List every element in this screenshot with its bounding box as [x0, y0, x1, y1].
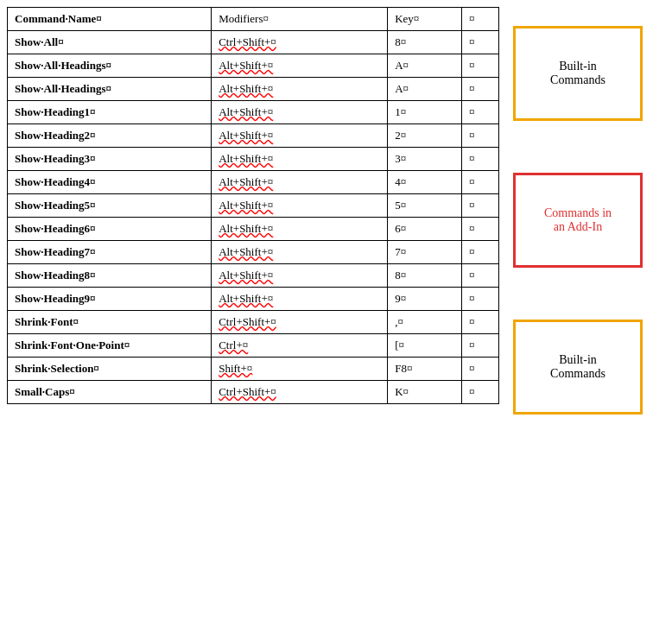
table-row: Show·Heading2¤Alt+Shift+¤2¤¤: [8, 124, 499, 148]
modifier-cell: Ctrl+Shift+¤: [212, 381, 388, 404]
modifier-cell: Alt+Shift+¤: [212, 101, 388, 124]
key-cell: 8¤: [388, 264, 462, 288]
col4-cell: ¤: [462, 124, 499, 148]
modifier-cell: Shift+¤: [212, 358, 388, 381]
key-cell: [¤: [388, 334, 462, 358]
command-name: Show·All·Headings¤: [8, 54, 212, 78]
modifier-cell: Ctrl+Shift+¤: [212, 31, 388, 54]
builtin-commands-label-2: Built-inCommands: [550, 353, 605, 381]
command-name: Show·All·Headings¤: [8, 78, 212, 101]
col4-cell: ¤: [462, 194, 499, 218]
command-name: Shrink·Font¤: [8, 311, 212, 334]
command-name: Small·Caps¤: [8, 381, 212, 404]
col4-cell: ¤: [462, 358, 499, 381]
command-name: Show·Heading5¤: [8, 194, 212, 218]
table-row: Show·Heading9¤Alt+Shift+¤9¤¤: [8, 288, 499, 311]
col4-cell: ¤: [462, 78, 499, 101]
table-row: Show·Heading5¤Alt+Shift+¤5¤¤: [8, 194, 499, 218]
builtin-commands-box-1: Built-inCommands: [513, 26, 643, 121]
table-section: Command·Name¤Modifiers¤Key¤¤Show·All¤Ctr…: [0, 0, 501, 633]
modifier-cell: Ctrl+Shift+¤: [212, 311, 388, 334]
modifier-cell: Alt+Shift+¤: [212, 124, 388, 148]
command-name: Show·Heading6¤: [8, 218, 212, 241]
col4-cell: ¤: [462, 381, 499, 404]
commands-table: Command·Name¤Modifiers¤Key¤¤Show·All¤Ctr…: [7, 7, 499, 404]
col4-cell: ¤: [462, 148, 499, 171]
modifier-cell: Ctrl+¤: [212, 334, 388, 358]
sidebar: Built-inCommands Commands inan Add-In Bu…: [501, 0, 672, 633]
modifier-cell: Alt+Shift+¤: [212, 78, 388, 101]
command-name: Show·Heading3¤: [8, 148, 212, 171]
command-name: Show·Heading4¤: [8, 171, 212, 194]
col4-cell: ¤: [462, 54, 499, 78]
header-cell-3: ¤: [462, 8, 499, 31]
addin-commands-box: Commands inan Add-In: [513, 173, 643, 268]
table-row: Shrink·Selection¤Shift+¤F8¤¤: [8, 358, 499, 381]
modifier-cell: Alt+Shift+¤: [212, 218, 388, 241]
command-name: Shrink·Font·One·Point¤: [8, 334, 212, 358]
addin-commands-label: Commands inan Add-In: [544, 206, 612, 234]
col4-cell: ¤: [462, 101, 499, 124]
col4-cell: ¤: [462, 334, 499, 358]
col4-cell: ¤: [462, 218, 499, 241]
command-name: Show·Heading2¤: [8, 124, 212, 148]
col4-cell: ¤: [462, 171, 499, 194]
col4-cell: ¤: [462, 241, 499, 264]
header-cell-2: Key¤: [388, 8, 462, 31]
command-name: Shrink·Selection¤: [8, 358, 212, 381]
modifier-cell: Alt+Shift+¤: [212, 54, 388, 78]
table-row: Show·Heading4¤Alt+Shift+¤4¤¤: [8, 171, 499, 194]
key-cell: 3¤: [388, 148, 462, 171]
modifier-cell: Alt+Shift+¤: [212, 171, 388, 194]
key-cell: 7¤: [388, 241, 462, 264]
key-cell: 1¤: [388, 101, 462, 124]
modifier-cell: Alt+Shift+¤: [212, 194, 388, 218]
key-cell: 5¤: [388, 194, 462, 218]
col4-cell: ¤: [462, 264, 499, 288]
table-row: Show·Heading3¤Alt+Shift+¤3¤¤: [8, 148, 499, 171]
key-cell: F8¤: [388, 358, 462, 381]
header-cell-0: Command·Name¤: [8, 8, 212, 31]
key-cell: K¤: [388, 381, 462, 404]
table-row: Show·Heading6¤Alt+Shift+¤6¤¤: [8, 218, 499, 241]
table-row: Show·All·Headings¤Alt+Shift+¤A¤¤: [8, 78, 499, 101]
command-name: Show·Heading7¤: [8, 241, 212, 264]
modifier-cell: Alt+Shift+¤: [212, 148, 388, 171]
command-name: Show·Heading8¤: [8, 264, 212, 288]
command-name: Show·All¤: [8, 31, 212, 54]
table-row: Show·All¤Ctrl+Shift+¤8¤¤: [8, 31, 499, 54]
key-cell: 8¤: [388, 31, 462, 54]
modifier-cell: Alt+Shift+¤: [212, 264, 388, 288]
col4-cell: ¤: [462, 288, 499, 311]
command-name: Show·Heading9¤: [8, 288, 212, 311]
builtin-commands-box-2: Built-inCommands: [513, 320, 643, 415]
key-cell: 4¤: [388, 171, 462, 194]
builtin-commands-label-1: Built-inCommands: [550, 60, 605, 87]
key-cell: 9¤: [388, 288, 462, 311]
table-row: Show·Heading8¤Alt+Shift+¤8¤¤: [8, 264, 499, 288]
table-row: Shrink·Font·One·Point¤Ctrl+¤[¤¤: [8, 334, 499, 358]
key-cell: 6¤: [388, 218, 462, 241]
command-name: Show·Heading1¤: [8, 101, 212, 124]
key-cell: A¤: [388, 78, 462, 101]
col4-cell: ¤: [462, 311, 499, 334]
table-row: Small·Caps¤Ctrl+Shift+¤K¤¤: [8, 381, 499, 404]
header-cell-1: Modifiers¤: [212, 8, 388, 31]
table-row: Show·All·Headings¤Alt+Shift+¤A¤¤: [8, 54, 499, 78]
table-row: Show·Heading7¤Alt+Shift+¤7¤¤: [8, 241, 499, 264]
key-cell: A¤: [388, 54, 462, 78]
key-cell: ,¤: [388, 311, 462, 334]
table-row: Show·Heading1¤Alt+Shift+¤1¤¤: [8, 101, 499, 124]
modifier-cell: Alt+Shift+¤: [212, 241, 388, 264]
key-cell: 2¤: [388, 124, 462, 148]
col4-cell: ¤: [462, 31, 499, 54]
table-row: Shrink·Font¤Ctrl+Shift+¤,¤¤: [8, 311, 499, 334]
modifier-cell: Alt+Shift+¤: [212, 288, 388, 311]
